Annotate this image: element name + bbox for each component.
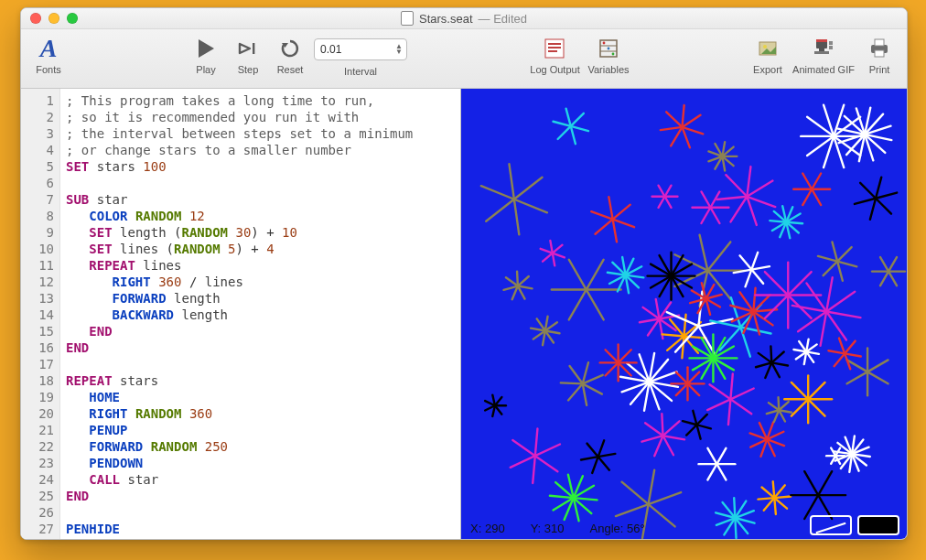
svg-line-398 <box>575 383 595 405</box>
svg-line-149 <box>662 334 684 336</box>
main-area: 1 2 3 4 5 6 7 8 9 10 11 12 13 14 15 16 1… <box>21 89 907 539</box>
svg-point-11 <box>608 48 610 50</box>
svg-line-350 <box>747 197 775 207</box>
svg-line-252 <box>791 382 808 399</box>
export-button[interactable]: Export <box>749 33 786 84</box>
svg-rect-18 <box>819 48 824 51</box>
print-icon <box>864 33 895 64</box>
variables-button[interactable]: Variables <box>587 33 629 84</box>
svg-line-67 <box>587 290 604 320</box>
svg-line-294 <box>821 311 827 345</box>
svg-line-173 <box>676 383 688 395</box>
step-button[interactable]: Step <box>230 33 266 84</box>
svg-line-392 <box>606 362 619 375</box>
svg-line-247 <box>779 401 788 412</box>
svg-rect-1 <box>253 43 254 54</box>
log-output-icon <box>539 33 570 64</box>
svg-line-358 <box>710 208 719 223</box>
svg-line-202 <box>767 498 783 514</box>
svg-line-255 <box>808 387 832 411</box>
log-output-button[interactable]: Log Output <box>527 33 582 84</box>
interval-stepper[interactable]: 0.01 ▲▼ <box>314 38 407 60</box>
animated-gif-button[interactable]: Animated GIF <box>791 33 856 84</box>
app-window: Stars.seat — Edited A Fonts Play Step <box>20 7 908 540</box>
svg-line-133 <box>640 311 660 331</box>
svg-line-70 <box>569 260 587 290</box>
bg-color-swatch[interactable] <box>857 515 899 535</box>
svg-line-83 <box>591 211 612 220</box>
close-icon[interactable] <box>30 13 41 24</box>
svg-marker-0 <box>199 39 214 58</box>
zoom-icon[interactable] <box>67 13 78 24</box>
stepper-arrows-icon[interactable]: ▲▼ <box>395 44 403 55</box>
svg-line-387 <box>659 186 665 197</box>
svg-rect-23 <box>875 39 884 46</box>
svg-line-143 <box>700 235 708 271</box>
svg-line-60 <box>598 457 609 470</box>
svg-line-453 <box>880 257 888 272</box>
svg-line-292 <box>826 311 860 318</box>
pen-color-swatch[interactable] <box>810 515 852 535</box>
drawing-canvas: X: 290 Y: 310 Angle: 56° <box>461 89 907 539</box>
fonts-button[interactable]: A Fonts <box>30 33 67 84</box>
svg-line-254 <box>808 382 824 399</box>
svg-line-53 <box>495 397 501 405</box>
animated-gif-icon <box>808 33 839 64</box>
svg-line-63 <box>587 444 598 458</box>
svg-line-178 <box>663 436 685 439</box>
svg-line-388 <box>665 186 672 197</box>
svg-line-429 <box>845 353 861 356</box>
pen-swatches <box>810 515 899 535</box>
svg-line-206 <box>766 481 782 498</box>
toolbar: A Fonts Play Step Reset 0.01 <box>21 29 907 89</box>
svg-line-198 <box>729 498 740 518</box>
svg-line-71 <box>587 260 604 290</box>
svg-line-144 <box>707 242 730 270</box>
svg-line-397 <box>583 383 602 393</box>
play-button[interactable]: Play <box>188 33 224 84</box>
svg-line-175 <box>676 372 688 384</box>
svg-line-201 <box>774 498 787 509</box>
svg-line-454 <box>888 257 897 272</box>
svg-line-203 <box>764 498 775 511</box>
svg-point-12 <box>612 53 615 56</box>
svg-line-296 <box>792 306 826 312</box>
svg-line-446 <box>683 421 696 425</box>
play-icon <box>190 33 221 64</box>
svg-point-10 <box>603 42 606 45</box>
svg-line-25 <box>514 199 547 213</box>
print-button[interactable]: Print <box>861 33 898 84</box>
svg-line-422 <box>518 275 529 287</box>
svg-line-57 <box>512 440 535 456</box>
svg-line-320 <box>802 173 812 188</box>
svg-line-48 <box>495 405 501 414</box>
variables-icon <box>593 33 624 64</box>
svg-line-263 <box>735 327 756 356</box>
svg-line-230 <box>804 471 818 495</box>
svg-line-396 <box>619 350 631 362</box>
svg-line-450 <box>888 272 897 286</box>
reset-button[interactable]: Reset <box>272 33 308 84</box>
fonts-icon: A <box>33 33 64 64</box>
svg-line-177 <box>687 372 699 384</box>
svg-line-413 <box>541 249 553 253</box>
svg-line-318 <box>802 189 812 205</box>
svg-line-407 <box>740 255 752 269</box>
svg-line-249 <box>796 399 820 423</box>
svg-line-384 <box>665 197 672 208</box>
code-editor[interactable]: 1 2 3 4 5 6 7 8 9 10 11 12 13 14 15 16 1… <box>21 89 461 539</box>
svg-line-451 <box>880 272 888 286</box>
svg-line-103 <box>649 481 682 515</box>
code-area[interactable]: ; This program takes a long time to run,… <box>60 89 460 539</box>
svg-line-187 <box>707 464 716 479</box>
svg-line-248 <box>808 399 824 415</box>
svg-line-68 <box>569 290 587 320</box>
minimize-icon[interactable] <box>48 13 59 24</box>
window-controls <box>21 13 78 24</box>
svg-line-34 <box>553 122 570 126</box>
svg-line-431 <box>834 352 845 368</box>
document-icon <box>401 11 414 26</box>
svg-line-300 <box>837 262 856 267</box>
export-icon <box>752 33 783 64</box>
svg-line-443 <box>696 425 710 428</box>
